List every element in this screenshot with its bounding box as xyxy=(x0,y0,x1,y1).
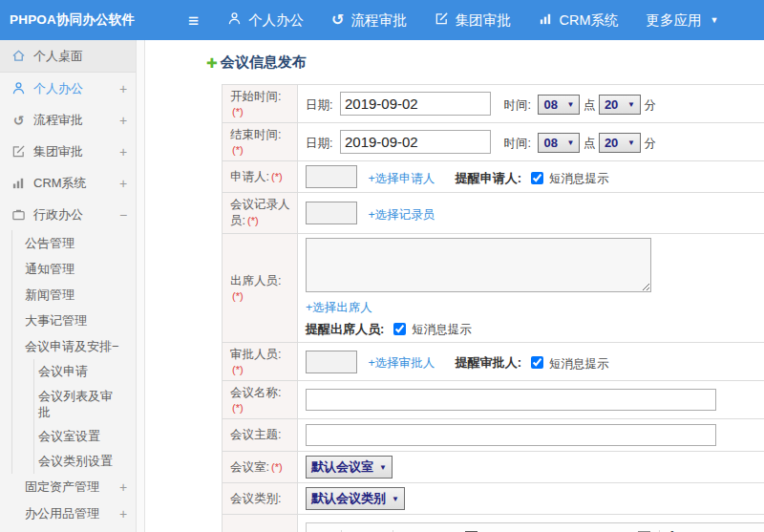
end-date-input[interactable] xyxy=(340,130,491,154)
nav-personal-office[interactable]: 个人办公 xyxy=(227,11,304,30)
row-meeting-subject: 会议主题: xyxy=(223,419,764,452)
nav-crm-system[interactable]: CRM系统 xyxy=(539,11,619,30)
undo-icon[interactable]: ↶ xyxy=(348,527,366,532)
sidebar-item-events-mgmt[interactable]: 大事记管理 xyxy=(12,308,136,333)
sidebar-scrollbar[interactable] xyxy=(137,40,145,532)
expand-icon[interactable]: + xyxy=(111,506,136,521)
attendees-sms-checkbox[interactable] xyxy=(393,323,406,335)
minute-value: 20 xyxy=(605,136,618,150)
expand-icon[interactable]: + xyxy=(111,113,136,128)
format-brush-icon[interactable]: ✐ xyxy=(571,527,589,532)
meeting-name-input[interactable] xyxy=(306,389,716,411)
sidebar-item-news-mgmt[interactable]: 新闻管理 xyxy=(12,282,136,308)
required-mark: (*) xyxy=(271,171,283,182)
chevron-down-icon: ▼ xyxy=(711,15,719,25)
choose-applicant-link[interactable]: +选择申请人 xyxy=(368,172,435,185)
expand-icon[interactable]: + xyxy=(111,144,136,160)
italic-button[interactable]: I xyxy=(420,527,438,532)
sidebar-item-crm-system[interactable]: CRM系统 + xyxy=(0,167,136,199)
start-hour-select[interactable]: 08▼ xyxy=(538,95,580,115)
meeting-subject-input[interactable] xyxy=(306,424,716,446)
expand-icon[interactable]: + xyxy=(111,479,136,495)
start-minute-select[interactable]: 20▼ xyxy=(599,95,641,115)
superscript-button[interactable]: X² xyxy=(508,527,526,532)
subscript-button[interactable]: X₂ xyxy=(529,527,547,532)
sidebar-item-meeting-room-settings[interactable]: 会议室设置 xyxy=(34,424,136,449)
blockquote-button[interactable]: 66 xyxy=(614,527,632,532)
highlight-button[interactable]: ab▾ xyxy=(687,527,707,532)
applicant-sms-checkbox[interactable] xyxy=(531,172,543,184)
approver-label: 审批人员: xyxy=(230,348,281,361)
paste-icon[interactable]: T xyxy=(635,527,653,532)
sidebar-item-label: 个人桌面 xyxy=(33,48,136,65)
end-minute-select[interactable]: 20▼ xyxy=(599,133,641,153)
approver-sms-checkbox[interactable] xyxy=(531,356,543,369)
collapse-icon[interactable]: − xyxy=(111,207,136,223)
sidebar-item-label: 个人办公 xyxy=(33,80,111,97)
nav-workflow-approval[interactable]: ↺ 流程审批 xyxy=(331,11,406,30)
row-end-time: 结束时间:(*) 日期: 时间: 08▼ 点 20▼ 分 xyxy=(223,123,764,161)
sidebar-item-meeting-apply[interactable]: 会议申请 xyxy=(34,359,136,384)
nav-group-approval[interactable]: 集团审批 xyxy=(435,11,511,30)
sidebar-item-fixed-assets-mgmt[interactable]: 固定资产管理 + xyxy=(0,474,136,500)
page-title-text: 会议信息发布 xyxy=(221,53,307,72)
expand-icon[interactable]: + xyxy=(111,81,136,96)
sidebar-item-personal-desktop[interactable]: 个人桌面 xyxy=(0,40,136,73)
required-mark: (*) xyxy=(232,106,244,117)
hamburger-menu-icon[interactable]: ≡ xyxy=(188,11,199,30)
font-color-button[interactable]: A▾ xyxy=(666,527,684,532)
row-start-time: 开始时间:(*) 日期: 时间: 08▼ 点 20▼ 分 xyxy=(223,85,764,123)
sidebar-item-office-supplies-mgmt[interactable]: 办公用品管理 + xyxy=(0,500,136,527)
end-hour-select[interactable]: 08▼ xyxy=(538,133,580,153)
sidebar-item-personal-office[interactable]: 个人办公 + xyxy=(0,73,136,104)
strikethrough-button[interactable]: ABC xyxy=(483,527,504,532)
start-date-input[interactable] xyxy=(340,92,491,116)
nav-label: 集团审批 xyxy=(456,11,511,30)
choose-recorder-link[interactable]: +选择记录员 xyxy=(368,208,435,222)
expand-icon[interactable]: + xyxy=(111,176,136,191)
attendees-textarea[interactable] xyxy=(306,238,651,292)
nav-more-apps[interactable]: 更多应用 ▼ xyxy=(647,11,719,30)
eraser-icon[interactable]: ▱ xyxy=(550,527,568,532)
new-page-icon[interactable]: □ xyxy=(752,527,764,532)
end-time-label: 结束时间: xyxy=(230,128,281,141)
sidebar-item-meeting-list-approval[interactable]: 会议列表及审批 xyxy=(34,384,136,424)
workflow-icon: ↺ xyxy=(11,113,26,127)
recorder-input[interactable] xyxy=(306,202,357,224)
sidebar-item-group-approval[interactable]: 集团审批 + xyxy=(0,136,136,167)
person-icon xyxy=(11,81,26,96)
html-source-button[interactable]: HTML xyxy=(310,527,335,532)
remind-applicant-label: 提醒申请人: xyxy=(456,171,521,185)
row-recorder: 会议记录人员:(*) +选择记录员 xyxy=(223,193,764,234)
approver-input[interactable] xyxy=(306,351,357,373)
applicant-input[interactable] xyxy=(306,165,357,188)
choose-approver-link[interactable]: +选择审批人 xyxy=(368,356,435,370)
sidebar-item-admin-office[interactable]: 行政办公 − xyxy=(0,199,136,230)
sms-label: 短消息提示 xyxy=(549,356,609,370)
meeting-room-select[interactable]: 默认会议室▼ xyxy=(306,456,393,479)
sidebar-item-notice-mgmt[interactable]: 通知管理 xyxy=(12,256,136,282)
meeting-room-value: 默认会议室 xyxy=(311,458,373,476)
date-label: 日期: xyxy=(306,98,332,112)
sidebar-item-library-mgmt[interactable]: 图书管理 + xyxy=(0,527,136,532)
sidebar-item-label: 会议申请 xyxy=(38,363,118,379)
pen-icon[interactable]: ✎▾ xyxy=(592,527,611,532)
sidebar-item-meeting-category-settings[interactable]: 会议类别设置 xyxy=(34,449,136,474)
choose-attendees-link[interactable]: +选择出席人 xyxy=(306,301,372,314)
app-brand: PHPOA协同办公软件 xyxy=(0,11,138,29)
underline-button[interactable]: U xyxy=(441,527,459,532)
sidebar-item-workflow-approval[interactable]: ↺ 流程审批 + xyxy=(0,104,136,136)
unordered-list-button[interactable]: ≡▾ xyxy=(731,527,749,532)
redo-icon[interactable]: ↷ xyxy=(369,527,387,532)
sidebar-item-label: 会议类别设置 xyxy=(38,453,118,469)
required-mark: (*) xyxy=(271,461,283,473)
sidebar-item-meeting-apply-arrange[interactable]: 会议申请及安排− xyxy=(12,333,136,359)
sidebar-item-announcement-mgmt[interactable]: 公告管理 xyxy=(12,230,136,256)
meeting-category-select[interactable]: 默认会议类别▼ xyxy=(306,487,405,510)
hour-value: 08 xyxy=(543,136,557,150)
applicant-label: 申请人: xyxy=(230,170,269,183)
ordered-list-button[interactable]: ≡▾ xyxy=(710,527,728,532)
font-border-button[interactable]: A xyxy=(462,527,480,532)
nav-label: 流程审批 xyxy=(351,11,407,30)
bold-button[interactable]: B xyxy=(399,527,417,532)
